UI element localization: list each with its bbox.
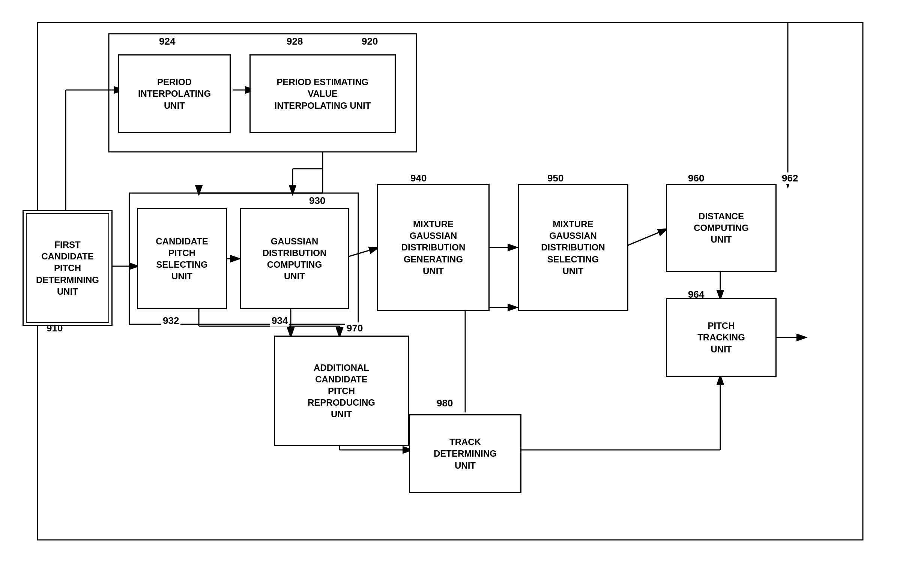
ref-928: 928 (285, 36, 304, 47)
ref-950: 950 (546, 172, 565, 184)
box-924: PERIODINTERPOLATINGUNIT (118, 54, 231, 133)
box-940-label: MIXTUREGAUSSIANDISTRIBUTIONGENERATINGUNI… (401, 218, 466, 277)
ref-970: 970 (345, 322, 364, 334)
box-970-label: ADDITIONALCANDIDATEPITCHREPRODUCINGUNIT (308, 362, 375, 420)
ref-924: 924 (158, 36, 177, 47)
ref-980: 980 (435, 397, 454, 409)
box-928: PERIOD ESTIMATINGVALUEINTERPOLATING UNIT (250, 54, 396, 133)
box-924-label: PERIODINTERPOLATINGUNIT (138, 76, 211, 111)
box-980-label: TRACKDETERMININGUNIT (434, 436, 497, 471)
box-910: FIRST CANDIDATE PITCH DETERMINING UNIT (22, 210, 112, 326)
box-950-label: MIXTUREGAUSSIANDISTRIBUTIONSELECTINGUNIT (541, 218, 605, 277)
box-960-label: DISTANCECOMPUTINGUNIT (693, 210, 749, 246)
box-934: GAUSSIANDISTRIBUTIONCOMPUTINGUNIT (240, 208, 349, 309)
box-980: TRACKDETERMININGUNIT (409, 414, 521, 493)
box-928-label: PERIOD ESTIMATINGVALUEINTERPOLATING UNIT (275, 76, 371, 111)
box-934-label: GAUSSIANDISTRIBUTIONCOMPUTINGUNIT (262, 235, 327, 282)
box-932: CANDIDATEPITCHSELECTINGUNIT (137, 208, 227, 309)
box-910-label: FIRST CANDIDATE PITCH DETERMINING UNIT (27, 239, 108, 297)
box-960: DISTANCECOMPUTINGUNIT (666, 184, 777, 272)
box-932-label: CANDIDATEPITCHSELECTINGUNIT (156, 235, 208, 282)
box-964-label: PITCHTRACKINGUNIT (697, 320, 745, 355)
ref-930: 930 (308, 195, 327, 207)
ref-932: 932 (161, 315, 180, 326)
ref-934: 934 (270, 315, 289, 326)
box-950: MIXTUREGAUSSIANDISTRIBUTIONSELECTINGUNIT (518, 184, 629, 311)
ref-920: 920 (360, 36, 379, 47)
box-970: ADDITIONALCANDIDATEPITCHREPRODUCINGUNIT (274, 336, 409, 446)
ref-960: 960 (687, 172, 706, 184)
ref-962: 962 (780, 172, 799, 184)
diagram: 910 924 928 920 930 932 934 940 950 960 … (0, 0, 924, 574)
svg-line-9 (623, 229, 668, 248)
box-964: PITCHTRACKINGUNIT (666, 298, 777, 377)
box-940: MIXTUREGAUSSIANDISTRIBUTIONGENERATINGUNI… (377, 184, 490, 311)
ref-940: 940 (409, 172, 428, 184)
